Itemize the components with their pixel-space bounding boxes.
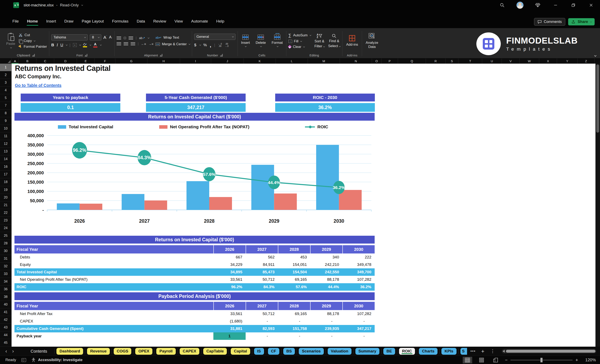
cell-value[interactable]: 349,478 xyxy=(342,261,375,268)
row-header-23[interactable]: 23 xyxy=(0,217,12,224)
page-layout-view-button[interactable] xyxy=(477,357,486,363)
increase-decimal-button[interactable]: ←.0.00 xyxy=(218,43,222,47)
clear-button[interactable]: Clear xyxy=(288,45,311,49)
sheet-tab-kpis[interactable]: KPIs xyxy=(441,348,456,355)
menu-tab-draw[interactable]: Draw xyxy=(64,18,74,26)
cell-value[interactable]: 85,473 xyxy=(246,268,278,276)
menu-tab-insert[interactable]: Insert xyxy=(46,18,56,26)
italic-button[interactable]: I xyxy=(57,43,58,47)
format-painter-button[interactable]: Format Painter xyxy=(19,45,47,49)
row-header-17[interactable]: 17 xyxy=(0,171,12,178)
menu-tab-help[interactable]: Help xyxy=(216,18,225,26)
row-header-32[interactable]: 32 xyxy=(0,263,12,270)
cell-value[interactable]: 242,550 xyxy=(310,268,342,276)
menu-tab-page-layout[interactable]: Page Layout xyxy=(81,18,104,26)
row-header-13[interactable]: 13 xyxy=(0,148,12,155)
font-size-select[interactable]: 8 xyxy=(90,34,101,40)
column-header-I[interactable]: I xyxy=(180,58,211,64)
fill-color-chevron-icon[interactable] xyxy=(90,44,91,46)
find-select-button[interactable]: Find &Select xyxy=(328,34,340,48)
horizontal-scrollbar-thumb[interactable] xyxy=(506,350,595,353)
column-header-K[interactable]: K xyxy=(244,58,276,64)
sheet-tab-capital[interactable]: Capital xyxy=(231,348,250,355)
normal-view-button[interactable] xyxy=(463,357,472,363)
cell-value[interactable]: 453 xyxy=(278,254,310,261)
borders-chevron-icon[interactable] xyxy=(79,44,81,46)
sheet-tab-dashboard[interactable]: Dashboard xyxy=(56,348,83,355)
row-header-34[interactable]: 34 xyxy=(0,278,12,285)
user-avatar[interactable] xyxy=(516,2,524,9)
underline-button[interactable]: U xyxy=(60,43,63,47)
zoom-slider-track[interactable] xyxy=(510,360,572,360)
cell-value[interactable]: (1,680) xyxy=(213,318,246,325)
row-header-19[interactable]: 19 xyxy=(0,186,12,194)
cell-value[interactable]: 34,895 xyxy=(213,268,246,276)
row-header-7[interactable]: 7 xyxy=(0,102,12,109)
minimize-button[interactable] xyxy=(552,2,559,9)
row-header-2[interactable]: 2 xyxy=(0,71,12,79)
align-left-icon[interactable] xyxy=(117,42,121,46)
cell-value[interactable]: 349,700 xyxy=(342,268,375,276)
addins-button[interactable]: Add-ins xyxy=(345,35,360,47)
font-family-select[interactable]: Tahoma xyxy=(51,34,88,40)
cell-value[interactable]: 34,229 xyxy=(213,261,246,268)
comma-style-button[interactable]: , xyxy=(210,42,211,48)
cell-value[interactable]: 154,051 xyxy=(278,261,310,268)
cell-value[interactable]: 33,561 xyxy=(213,310,246,318)
cut-button[interactable]: Cut xyxy=(19,33,47,37)
row-header-36[interactable]: 36 xyxy=(0,285,12,293)
sheet-tab-s[interactable]: S xyxy=(460,348,467,355)
column-header-F[interactable]: F xyxy=(95,58,115,64)
cell-value[interactable]: - xyxy=(246,318,278,325)
scroll-left-icon[interactable] xyxy=(503,350,505,353)
cell-value[interactable]: - xyxy=(278,332,310,340)
row-header-3[interactable]: 3 xyxy=(0,79,12,87)
column-header-U[interactable]: U xyxy=(482,58,502,64)
menu-tab-view[interactable]: View xyxy=(174,18,183,26)
cell-value[interactable]: 69,165 xyxy=(278,310,310,318)
zoom-out-button[interactable]: − xyxy=(505,357,507,363)
sheet-tab-charts[interactable]: Charts xyxy=(419,348,438,355)
row-header-4[interactable]: 4 xyxy=(0,87,12,94)
align-top-icon[interactable] xyxy=(117,36,121,40)
row-header-24[interactable]: 24 xyxy=(0,224,12,232)
row-header-42[interactable]: 42 xyxy=(0,316,12,324)
alignment-dialog-launcher-icon[interactable] xyxy=(160,54,162,56)
row-header-40[interactable]: 40 xyxy=(0,301,12,309)
column-header-O[interactable]: O xyxy=(372,58,382,64)
read-only-chevron-icon[interactable] xyxy=(81,4,83,6)
fill-button[interactable]: ↓Fill xyxy=(288,39,311,43)
menu-tab-automate[interactable]: Automate xyxy=(191,18,208,26)
macro-record-icon[interactable] xyxy=(21,358,26,362)
cell-value[interactable]: 57.6% xyxy=(278,283,310,291)
cell-value[interactable]: 151,758 xyxy=(278,325,310,332)
sheet-tab-bs[interactable]: BS xyxy=(283,348,295,355)
sheet-tab-cf[interactable]: CF xyxy=(268,348,279,355)
select-all-corner[interactable] xyxy=(0,58,12,64)
cell-value[interactable]: 347,217 xyxy=(342,325,375,332)
column-header-Z[interactable]: Z xyxy=(578,58,595,64)
align-bottom-icon[interactable] xyxy=(129,36,133,40)
cell-value[interactable]: 69,165 xyxy=(278,276,310,283)
cell-value[interactable]: 340 xyxy=(310,254,342,261)
sheet-tab-is[interactable]: IS xyxy=(254,348,264,355)
worksheet-content[interactable]: Returns on Invested Capital ABC Company … xyxy=(12,64,595,347)
row-header-33[interactable]: 33 xyxy=(0,270,12,278)
sheet-nav-next-icon[interactable]: › xyxy=(10,349,16,354)
cell-value[interactable]: 88,178 xyxy=(310,276,342,283)
share-button[interactable]: Share xyxy=(568,18,595,25)
cell-value[interactable]: 107,282 xyxy=(342,276,375,283)
column-header-D[interactable]: D xyxy=(54,58,77,64)
row-header-25[interactable]: 25 xyxy=(0,232,12,240)
column-header-L[interactable]: L xyxy=(276,58,308,64)
row-header-9[interactable]: 9 xyxy=(0,117,12,125)
column-header-N[interactable]: N xyxy=(340,58,372,64)
row-header-28[interactable]: 28 xyxy=(0,240,12,247)
analyze-data-button[interactable]: AnalyzeData xyxy=(364,33,380,49)
cell-value[interactable]: 82,593 xyxy=(246,325,278,332)
row-header-10[interactable]: 10 xyxy=(0,125,12,132)
zoom-percentage[interactable]: 120% xyxy=(583,358,596,362)
align-middle-icon[interactable] xyxy=(124,37,126,39)
column-header-M[interactable]: M xyxy=(308,58,340,64)
vertical-scrollbar[interactable] xyxy=(595,64,600,347)
